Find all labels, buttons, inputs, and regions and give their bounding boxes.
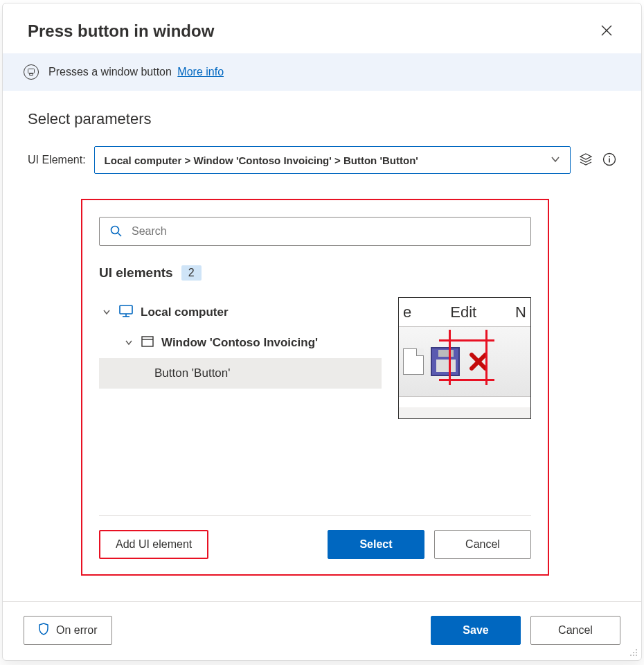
on-error-label: On error — [56, 624, 98, 637]
row-icons — [579, 152, 616, 168]
info-icon[interactable] — [602, 152, 616, 168]
tree-node-computer[interactable]: Local computer — [99, 297, 382, 328]
search-input[interactable] — [130, 224, 521, 238]
dialog-body: Select parameters UI Element: Local comp… — [3, 91, 641, 601]
svg-line-9 — [118, 233, 122, 236]
ui-element-row: UI Element: Local computer > Window 'Con… — [28, 146, 616, 174]
select-button[interactable]: Select — [328, 530, 424, 559]
on-error-button[interactable]: On error — [24, 616, 112, 645]
save-floppy-icon — [431, 347, 460, 376]
document-icon — [403, 348, 424, 375]
section-title: Select parameters — [28, 110, 616, 128]
dialog-press-button-in-window: Press button in window Presses a window … — [2, 3, 642, 661]
action-icon — [24, 64, 39, 80]
preview-toolbar — [399, 327, 530, 396]
chevron-down-icon — [551, 154, 560, 166]
tree-node-button-label: Button 'Button' — [154, 366, 231, 380]
ui-elements-header: UI elements 2 — [99, 265, 531, 281]
ui-element-picker-popup: UI elements 2 Local computer — [81, 199, 549, 576]
svg-rect-2 — [28, 69, 35, 73]
dialog-title: Press button in window — [28, 21, 594, 41]
ui-elements-count: 2 — [181, 265, 202, 281]
computer-icon — [118, 303, 134, 322]
ui-element-tree: Local computer Window 'Contoso Invoicing… — [99, 297, 382, 389]
ui-element-value: Local computer > Window 'Contoso Invoici… — [105, 154, 418, 166]
ui-element-label: UI Element: — [28, 154, 86, 166]
resize-grip[interactable] — [629, 648, 638, 657]
svg-rect-13 — [142, 337, 153, 346]
add-ui-element-button[interactable]: Add UI element — [99, 530, 208, 559]
preview-menu-right: N — [515, 303, 526, 321]
tree-and-preview: Local computer Window 'Contoso Invoicing… — [99, 297, 531, 515]
layers-icon[interactable] — [579, 152, 593, 168]
preview-menu-left: e — [403, 303, 411, 321]
tree-node-window[interactable]: Window 'Contoso Invoicing' — [99, 328, 382, 358]
preview-menu-bar: e Edit N — [399, 298, 530, 327]
search-icon — [109, 224, 122, 239]
svg-rect-7 — [609, 158, 610, 162]
dialog-header: Press button in window — [3, 3, 641, 53]
chevron-down-icon — [102, 308, 111, 317]
dialog-footer: On error Save Cancel — [3, 601, 641, 660]
more-info-link[interactable]: More info — [177, 66, 224, 78]
svg-marker-4 — [580, 154, 591, 159]
ui-element-dropdown[interactable]: Local computer > Window 'Contoso Invoici… — [94, 146, 571, 174]
close-icon — [601, 25, 612, 36]
tree-node-window-label: Window 'Contoso Invoicing' — [161, 336, 318, 350]
cancel-popup-button[interactable]: Cancel — [434, 530, 531, 559]
svg-rect-3 — [30, 73, 33, 75]
info-text: Presses a window button More info — [48, 66, 224, 78]
svg-rect-10 — [120, 305, 132, 314]
close-button[interactable] — [594, 20, 619, 42]
element-preview: e Edit N — [398, 297, 531, 419]
preview-bottom-bar — [399, 396, 530, 407]
svg-point-6 — [609, 156, 610, 157]
ui-elements-label: UI elements — [99, 265, 173, 281]
tree-node-button-selected[interactable]: Button 'Button' — [99, 358, 382, 389]
shield-icon — [38, 623, 49, 638]
chevron-down-icon — [124, 339, 134, 347]
info-text-content: Presses a window button — [48, 66, 172, 78]
delete-x-icon — [467, 350, 490, 373]
svg-point-8 — [111, 226, 119, 233]
tree-node-computer-label: Local computer — [141, 305, 229, 319]
popup-footer: Add UI element Select Cancel — [99, 515, 531, 574]
window-icon — [141, 335, 154, 352]
info-banner: Presses a window button More info — [3, 53, 641, 91]
save-button[interactable]: Save — [431, 616, 521, 645]
preview-menu-mid: Edit — [450, 303, 476, 321]
cancel-button[interactable]: Cancel — [530, 616, 620, 645]
search-box[interactable] — [99, 217, 531, 246]
